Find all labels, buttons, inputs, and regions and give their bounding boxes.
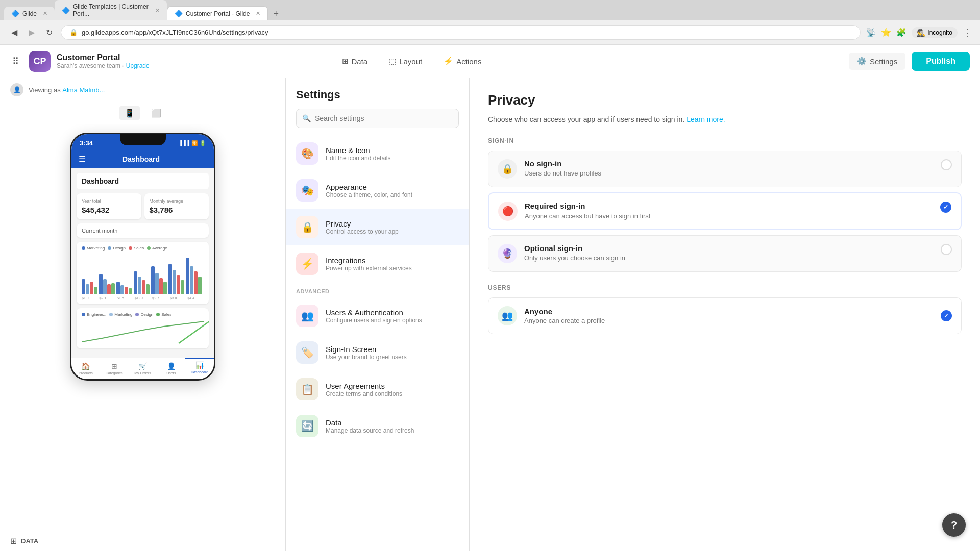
- footer-myorders[interactable]: 🛒 My Orders: [129, 360, 157, 377]
- lock-icon: 🔒: [69, 29, 78, 36]
- app-branding: CP Customer Portal Sarah's awesome team …: [29, 51, 150, 72]
- phone-frame: 3:34 ▐▐▐🛜🔋 ☰ Dashboard Dashboard: [70, 133, 215, 381]
- data-settings-title: Data: [326, 418, 414, 427]
- search-icon: 🔍: [302, 114, 311, 122]
- option-optional-signin[interactable]: 🔮 Optional sign-in Only users you choose…: [488, 235, 962, 272]
- settings-item-privacy[interactable]: 🔒 Privacy Control access to your app: [286, 209, 469, 245]
- settings-search: 🔍: [296, 109, 459, 128]
- privacy-desc-text: Choose who can access your app and if us…: [488, 115, 687, 123]
- settings-item-appearance[interactable]: 🎭 Appearance Choose a theme, color, and …: [286, 172, 469, 209]
- extension-icon[interactable]: 🧩: [896, 28, 906, 37]
- data-settings-desc: Manage data source and refresh: [326, 427, 414, 434]
- line-chart-svg: [82, 319, 209, 344]
- app-grid-button[interactable]: ⠿: [10, 54, 21, 69]
- actions-icon: ⚡: [444, 57, 453, 66]
- menu-dots-icon[interactable]: ⋮: [963, 27, 972, 38]
- tab-label-2: Glide Templates | Customer Port...: [73, 3, 149, 17]
- footer-users[interactable]: 👤 Users: [157, 360, 185, 377]
- tab-customer-portal[interactable]: 🔷 Customer Portal - Glide ✕: [167, 6, 268, 20]
- viewing-text: Viewing as Alma Malmb...: [29, 86, 105, 94]
- user-agreements-title: User Agreements: [326, 382, 402, 390]
- settings-item-signin-screen[interactable]: 🏷️ Sign-In Screen Use your brand to gree…: [286, 334, 469, 371]
- signin-screen-desc: Use your brand to greet users: [326, 354, 407, 361]
- settings-panel: Settings 🔍 🎨 Name & Icon Edit the icon a…: [286, 78, 470, 551]
- phone-nav-bar: ☰ Dashboard: [71, 150, 214, 168]
- user-agreements-icon: 📋: [296, 378, 318, 400]
- back-button[interactable]: ◀: [8, 26, 20, 39]
- privacy-detail-description: Choose who can access your app and if us…: [488, 114, 962, 125]
- url-display: go.glideapps.com/app/xQt7xJLTI9ncC36n6Uh…: [82, 29, 268, 36]
- close-icon-2[interactable]: ✕: [155, 7, 160, 14]
- browser-toolbar-icons: 📡 ⭐ 🧩 🕵️ Incognito ⋮: [866, 27, 972, 38]
- phone-nav-title: Dashboard: [122, 155, 160, 163]
- option-no-signin[interactable]: 🔒 No sign-in Users do not have profiles: [488, 151, 962, 187]
- nav-actions[interactable]: ⚡ Actions: [434, 53, 491, 70]
- data-settings-icon: 🔄: [296, 415, 318, 437]
- privacy-title: Privacy: [326, 219, 399, 228]
- current-month-card: Current month: [77, 223, 209, 238]
- nav-layout[interactable]: ⬚ Layout: [380, 53, 431, 70]
- search-input[interactable]: [296, 109, 459, 128]
- settings-item-name-icon[interactable]: 🎨 Name & Icon Edit the icon and details: [286, 135, 469, 172]
- incognito-label: Incognito: [927, 29, 952, 36]
- data-bar-icon: ⊞: [10, 536, 17, 546]
- optional-signin-radio: [941, 244, 952, 255]
- header-nav: ⊞ Data ⬚ Layout ⚡ Actions: [333, 53, 491, 70]
- app-title: Customer Portal: [57, 53, 150, 62]
- year-total-label: Year total: [82, 198, 136, 204]
- preview-panel: 👤 Viewing as Alma Malmb... 📱 ⬜ 3:34 ▐▐▐🛜…: [0, 78, 286, 551]
- address-bar[interactable]: 🔒 go.glideapps.com/app/xQt7xJLTI9ncC36n6…: [61, 25, 861, 40]
- option-required-signin[interactable]: 🔴 Required sign-in Anyone can access but…: [488, 192, 962, 230]
- close-icon-3[interactable]: ✕: [256, 10, 260, 17]
- data-bar[interactable]: ⊞ DATA: [0, 531, 285, 551]
- add-tab-button[interactable]: +: [268, 9, 284, 19]
- phone-signal-icons: ▐▐▐🛜🔋: [179, 140, 206, 146]
- required-signin-text: Required sign-in Anyone can access but h…: [525, 202, 933, 221]
- signin-screen-text: Sign-In Screen Use your brand to greet u…: [326, 345, 407, 361]
- app-subtitle-text: Sarah's awesome team ·: [57, 62, 124, 69]
- legend-sales: Sales: [129, 246, 144, 251]
- x-labels: $1.9... $2.1... $1.5... $1.87... $2.7...…: [82, 296, 204, 300]
- data-icon: ⊞: [342, 57, 349, 66]
- mobile-device-button[interactable]: 📱: [119, 106, 140, 120]
- header-right-actions: ⚙️ Settings Publish: [849, 52, 970, 71]
- line-chart-card: Engineer... Marketing Design Sales: [77, 308, 209, 348]
- phone-notch: [120, 134, 166, 145]
- tab-favicon-3: 🔷: [175, 10, 183, 17]
- app-title-group: Customer Portal Sarah's awesome team · U…: [57, 53, 150, 69]
- phone-time: 3:34: [80, 139, 93, 147]
- users-heading: USERS: [488, 284, 962, 291]
- learn-more-link[interactable]: Learn more.: [687, 115, 725, 123]
- publish-button[interactable]: Publish: [912, 52, 970, 71]
- optional-signin-icon: 🔮: [498, 244, 517, 263]
- phone-dashboard-title: Dashboard: [77, 173, 209, 189]
- settings-label: Settings: [870, 57, 897, 66]
- settings-item-users-auth[interactable]: 👥 Users & Authentication Configure users…: [286, 297, 469, 334]
- viewing-as-prefix: Viewing as: [29, 86, 62, 94]
- help-button[interactable]: ?: [942, 513, 966, 537]
- settings-item-data[interactable]: 🔄 Data Manage data source and refresh: [286, 408, 469, 444]
- anyone-title: Anyone: [524, 307, 934, 316]
- data-settings-text: Data Manage data source and refresh: [326, 418, 414, 434]
- settings-item-user-agreements[interactable]: 📋 User Agreements Create terms and condi…: [286, 371, 469, 408]
- upgrade-link[interactable]: Upgrade: [126, 62, 150, 69]
- footer-categories[interactable]: ⊞ Categories: [100, 360, 129, 377]
- settings-button[interactable]: ⚙️ Settings: [849, 53, 905, 70]
- nav-data[interactable]: ⊞ Data: [333, 53, 377, 70]
- optional-signin-text: Optional sign-in Only users you choose c…: [524, 244, 934, 262]
- close-icon-1[interactable]: ✕: [43, 10, 47, 17]
- settings-item-integrations[interactable]: ⚡ Integrations Power up with external se…: [286, 245, 469, 282]
- cast-icon[interactable]: 📡: [866, 28, 876, 37]
- tablet-device-button[interactable]: ⬜: [146, 106, 166, 120]
- tab-glide-templates[interactable]: 🔷 Glide Templates | Customer Port... ✕: [55, 0, 167, 20]
- bookmark-star-icon[interactable]: ⭐: [881, 28, 891, 37]
- phone-content: Dashboard Year total $45,432 Monthly ave…: [71, 168, 214, 358]
- forward-button[interactable]: ▶: [26, 26, 38, 39]
- ll-marketing: Marketing: [109, 312, 132, 317]
- footer-dashboard[interactable]: 📊 Dashboard: [185, 358, 214, 377]
- user-anyone-card[interactable]: 👥 Anyone Anyone can create a profile ✓: [488, 297, 962, 334]
- tab-glide[interactable]: 🔷 Glide ✕: [4, 7, 55, 20]
- footer-products[interactable]: 🏠 Products: [71, 360, 100, 377]
- refresh-button[interactable]: ↻: [43, 26, 56, 39]
- tab-favicon-2: 🔷: [62, 7, 70, 14]
